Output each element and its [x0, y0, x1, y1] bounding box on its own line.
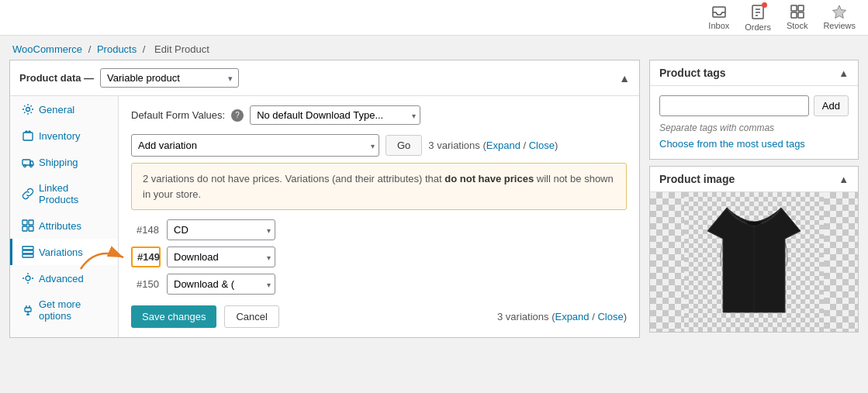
close-link[interactable]: Close — [529, 140, 555, 151]
svg-point-13 — [24, 165, 26, 167]
more-options-tab-label: Get more options — [39, 298, 109, 322]
product-tags-collapse[interactable]: ▲ — [839, 67, 849, 79]
variation-150-id: #150 — [131, 274, 161, 294]
svg-rect-7 — [791, 12, 797, 18]
sidebar-tab-general[interactable]: General — [10, 96, 118, 122]
main-layout: Product data — Simple product Variable p… — [0, 60, 868, 347]
variation-item-149: #149 CD Download Download & ( — [131, 246, 627, 267]
collapse-button[interactable]: ▲ — [619, 72, 630, 84]
top-bar: Inbox Orders Stock — [0, 0, 868, 36]
product-image-container[interactable] — [650, 192, 858, 332]
warning-box: 2 variations do not have prices. Variati… — [131, 163, 627, 210]
breadcrumb-woocommerce[interactable]: WooCommerce — [12, 43, 82, 55]
tag-input-row: Add — [659, 95, 849, 116]
bottom-close-link[interactable]: Close — [597, 311, 623, 322]
plug-icon — [22, 304, 34, 316]
variation-150-type-wrapper: CD Download Download & ( — [167, 274, 275, 295]
svg-rect-17 — [22, 226, 27, 231]
svg-rect-6 — [798, 5, 804, 11]
top-bar-icons: Inbox Orders Stock — [708, 4, 856, 32]
product-tags-header: Product tags ▲ — [650, 60, 858, 86]
svg-rect-18 — [29, 226, 33, 231]
attributes-tab-label: Attributes — [39, 220, 81, 232]
add-tag-button[interactable]: Add — [814, 95, 849, 116]
svg-rect-8 — [798, 12, 804, 18]
bottom-expand-link[interactable]: Expand — [555, 311, 589, 322]
variation-149-select[interactable]: CD Download Download & ( — [167, 246, 275, 267]
linked-tab-label: Linked Products — [39, 182, 109, 205]
svg-rect-20 — [22, 250, 33, 253]
svg-rect-23 — [25, 308, 31, 312]
svg-point-14 — [30, 165, 33, 167]
variation-150-select[interactable]: CD Download Download & ( — [167, 274, 275, 295]
reviews-label: Reviews — [823, 21, 856, 30]
help-icon[interactable]: ? — [231, 109, 244, 122]
sidebar-tab-more[interactable]: Get more options — [10, 291, 118, 329]
svg-point-22 — [26, 276, 30, 281]
variation-149-id: #149 — [131, 246, 161, 267]
general-tab-label: General — [39, 104, 74, 115]
svg-marker-9 — [833, 5, 846, 19]
product-image — [684, 192, 824, 332]
product-tags-title: Product tags — [659, 67, 726, 79]
sidebar-tab-linked[interactable]: Linked Products — [10, 175, 118, 212]
svg-rect-16 — [29, 220, 33, 225]
add-variation-row: Add variation Create variations from all… — [131, 134, 627, 157]
default-form-select[interactable]: No default Download Type... — [250, 105, 420, 125]
product-image-title: Product image — [659, 173, 735, 185]
sidebar-tab-shipping[interactable]: Shipping — [10, 149, 118, 175]
orders-label: Orders — [745, 22, 771, 32]
svg-rect-21 — [22, 254, 33, 257]
reviews-icon — [832, 4, 847, 19]
product-image-card: Product image ▲ — [649, 166, 859, 333]
default-form-values-row: Default Form Values: ? No default Downlo… — [131, 105, 627, 125]
variation-148-type-wrapper: CD Download Download & ( — [167, 219, 275, 240]
shipping-icon — [22, 156, 34, 168]
stock-nav-item[interactable]: Stock — [787, 4, 808, 32]
reviews-nav-item[interactable]: Reviews — [823, 4, 856, 32]
expand-link[interactable]: Expand — [486, 140, 520, 151]
orders-nav-item[interactable]: Orders — [745, 4, 771, 32]
go-button[interactable]: Go — [386, 135, 422, 156]
variation-148-select[interactable]: CD Download Download & ( — [167, 219, 275, 240]
sidebar-tab-attributes[interactable]: Attributes — [10, 212, 118, 239]
variation-item-150: #150 CD Download Download & ( — [131, 274, 627, 295]
variations-content: Default Form Values: ? No default Downlo… — [119, 96, 639, 337]
inbox-icon — [711, 4, 727, 19]
tag-input[interactable] — [659, 95, 809, 116]
variation-148-id: #148 — [131, 220, 161, 240]
inbox-label: Inbox — [708, 21, 729, 30]
breadcrumb-products[interactable]: Products — [97, 43, 137, 55]
product-tags-body: Add Separate tags with commas Choose fro… — [650, 86, 858, 159]
warning-text: 2 variations do not have prices. Variati… — [143, 173, 614, 200]
variations-count: 3 variations (Expand / Close) — [428, 140, 558, 151]
variations-icon — [22, 246, 34, 258]
add-variation-select[interactable]: Add variation Create variations from all… — [131, 134, 379, 157]
inventory-tab-label: Inventory — [39, 130, 80, 142]
save-changes-button[interactable]: Save changes — [131, 305, 216, 328]
product-type-select[interactable]: Simple product Variable product Grouped … — [100, 68, 239, 88]
product-type-select-wrapper: Simple product Variable product Grouped … — [100, 68, 239, 88]
variation-149-type-wrapper: CD Download Download & ( — [167, 246, 275, 267]
link-icon — [22, 188, 34, 200]
default-form-label: Default Form Values: — [131, 109, 225, 121]
sidebar-tab-inventory[interactable]: Inventory — [10, 122, 118, 149]
breadcrumb-current: Edit Product — [154, 43, 209, 55]
attributes-icon — [22, 219, 34, 232]
action-row: Save changes Cancel 3 variations (Expand… — [131, 305, 627, 328]
svg-rect-19 — [22, 246, 33, 250]
product-data-panel: Product data — Simple product Variable p… — [9, 60, 640, 338]
svg-rect-5 — [791, 5, 797, 11]
variation-type-wrapper: Add variation Create variations from all… — [131, 134, 379, 157]
advanced-icon — [22, 272, 34, 284]
most-used-tags-link[interactable]: Choose from the most used tags — [659, 138, 805, 150]
shipping-tab-label: Shipping — [39, 157, 78, 168]
inventory-icon — [22, 129, 34, 142]
cancel-button[interactable]: Cancel — [224, 305, 278, 328]
orders-notification-dot — [762, 2, 767, 8]
inbox-nav-item[interactable]: Inbox — [708, 4, 729, 32]
advanced-tab-label: Advanced — [39, 273, 84, 284]
svg-rect-15 — [22, 220, 27, 225]
breadcrumb: WooCommerce / Products / Edit Product — [0, 36, 868, 60]
product-image-collapse[interactable]: ▲ — [839, 174, 849, 185]
